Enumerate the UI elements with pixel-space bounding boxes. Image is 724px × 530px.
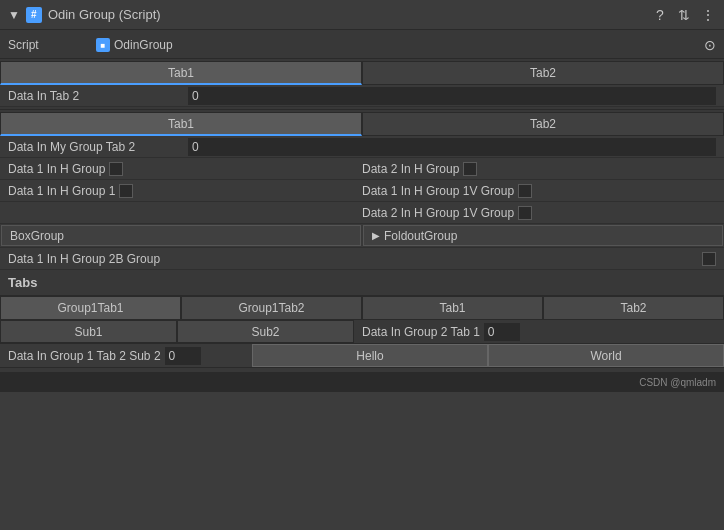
hgroup-row2-col1: Data 1 In H Group 1 bbox=[8, 184, 362, 198]
collapse-arrow[interactable]: ▼ bbox=[8, 8, 20, 22]
mid-tab1[interactable]: Tab1 bbox=[0, 112, 362, 136]
help-icon[interactable]: ? bbox=[652, 7, 668, 23]
title-bar-actions: ? ⇅ ⋮ bbox=[652, 7, 716, 23]
data-in-my-group-input[interactable] bbox=[188, 138, 716, 156]
data1-hgroup1-label: Data 1 In H Group 1 bbox=[8, 184, 115, 198]
bottom-left-cell: Data In Group 1 Tab 2 Sub 2 bbox=[0, 344, 252, 367]
data1-hgroup1v-label: Data 1 In H Group 1V Group bbox=[362, 184, 514, 198]
separator-1 bbox=[0, 58, 724, 59]
box-group: BoxGroup bbox=[1, 225, 361, 246]
data1-hgroup-label: Data 1 In H Group bbox=[8, 162, 105, 176]
data2-hgroup-checkbox[interactable] bbox=[463, 162, 477, 176]
boxgroup-data-row: Data 1 In H Group 2B Group bbox=[0, 248, 724, 270]
group1tab2-btn[interactable]: Group1Tab2 bbox=[181, 296, 362, 320]
layout-icon[interactable]: ⇅ bbox=[676, 7, 692, 23]
group1tab1-btn[interactable]: Group1Tab1 bbox=[0, 296, 181, 320]
top-tab2[interactable]: Tab2 bbox=[362, 61, 724, 85]
foldout-group[interactable]: ▶ FoldoutGroup bbox=[363, 225, 723, 246]
inspector-body: Script ■ OdinGroup ⊙ Tab1 Tab2 Data In T… bbox=[0, 30, 724, 372]
world-button[interactable]: World bbox=[488, 344, 724, 367]
mid-tab-bar: Tab1 Tab2 bbox=[0, 112, 724, 136]
hgroup-row3: Data 2 In H Group 1V Group bbox=[0, 202, 724, 224]
sub1-btn[interactable]: Sub1 bbox=[0, 320, 177, 343]
tabs-section-title: Tabs bbox=[8, 275, 37, 290]
window-title: Odin Group (Script) bbox=[48, 7, 161, 22]
hgroup-row2: Data 1 In H Group 1 Data 1 In H Group 1V… bbox=[0, 180, 724, 202]
bottom-data-row: Data In Group 1 Tab 2 Sub 2 Hello World bbox=[0, 344, 724, 368]
data1-hgroup1v-checkbox[interactable] bbox=[518, 184, 532, 198]
script-file-icon: ■ bbox=[96, 38, 110, 52]
hgroup-row2-col2: Data 1 In H Group 1V Group bbox=[362, 184, 716, 198]
data2-hgroup-label: Data 2 In H Group bbox=[362, 162, 459, 176]
bottom-tab2-btn[interactable]: Tab2 bbox=[543, 296, 724, 320]
data-in-my-group-row: Data In My Group Tab 2 bbox=[0, 136, 724, 158]
hgroup-row1: Data 1 In H Group Data 2 In H Group bbox=[0, 158, 724, 180]
sub-tab-left: Sub1 Sub2 bbox=[0, 320, 354, 343]
hgroup-row1-col2: Data 2 In H Group bbox=[362, 162, 716, 176]
hgroup-row3-col2: Data 2 In H Group 1V Group bbox=[362, 206, 716, 220]
data-in-tab2-input[interactable] bbox=[188, 87, 716, 105]
box-group-label: BoxGroup bbox=[10, 229, 64, 243]
world-cell: World bbox=[488, 344, 724, 367]
sub2-btn[interactable]: Sub2 bbox=[177, 320, 354, 343]
target-icon[interactable]: ⊙ bbox=[704, 37, 716, 53]
more-icon[interactable]: ⋮ bbox=[700, 7, 716, 23]
data1-hgroup1-checkbox[interactable] bbox=[119, 184, 133, 198]
footer-text: CSDN @qmladm bbox=[639, 377, 716, 388]
mid-tab2[interactable]: Tab2 bbox=[362, 112, 724, 136]
data-in-group2-tab1-label: Data In Group 2 Tab 1 bbox=[362, 325, 480, 339]
data-in-my-group-label: Data In My Group Tab 2 bbox=[8, 140, 188, 154]
hello-cell: Hello bbox=[252, 344, 488, 367]
title-bar: ▼ # Odin Group (Script) ? ⇅ ⋮ bbox=[0, 0, 724, 30]
script-name: OdinGroup bbox=[114, 38, 173, 52]
component-icon: # bbox=[26, 7, 42, 23]
hello-button[interactable]: Hello bbox=[252, 344, 488, 367]
bottom-tab1-btn[interactable]: Tab1 bbox=[362, 296, 543, 320]
data2-hgroup1v-label: Data 2 In H Group 1V Group bbox=[362, 206, 514, 220]
foldout-arrow-icon: ▶ bbox=[372, 230, 380, 241]
data-in-tab2-label: Data In Tab 2 bbox=[8, 89, 188, 103]
separator-2 bbox=[0, 109, 724, 110]
boxgroup-data-label: Data 1 In H Group 2B Group bbox=[8, 252, 702, 266]
boxgroup-data-checkbox[interactable] bbox=[702, 252, 716, 266]
sub-tab-row: Sub1 Sub2 Data In Group 2 Tab 1 bbox=[0, 320, 724, 344]
top-tab1[interactable]: Tab1 bbox=[0, 61, 362, 85]
foldout-label: FoldoutGroup bbox=[384, 229, 457, 243]
data2-hgroup1v-checkbox[interactable] bbox=[518, 206, 532, 220]
right-field-row: Data In Group 2 Tab 1 bbox=[354, 320, 724, 343]
data-in-tab2-row: Data In Tab 2 bbox=[0, 85, 724, 107]
tabs-section-header: Tabs bbox=[0, 270, 724, 296]
box-foldout-row: BoxGroup ▶ FoldoutGroup bbox=[0, 224, 724, 248]
data1-hgroup-checkbox[interactable] bbox=[109, 162, 123, 176]
data-in-group1-tab2-sub2-input[interactable] bbox=[165, 347, 201, 365]
footer: CSDN @qmladm bbox=[0, 372, 724, 392]
data-in-group2-tab1-input[interactable] bbox=[484, 323, 520, 341]
script-row: Script ■ OdinGroup ⊙ bbox=[0, 34, 724, 56]
script-value: ■ OdinGroup bbox=[96, 38, 696, 52]
top-tab-bar: Tab1 Tab2 bbox=[0, 61, 724, 85]
title-bar-left: ▼ # Odin Group (Script) bbox=[8, 7, 652, 23]
data-in-group1-tab2-sub2-label: Data In Group 1 Tab 2 Sub 2 bbox=[8, 349, 161, 363]
bottom-tab-bar: Group1Tab1 Group1Tab2 Tab1 Tab2 bbox=[0, 296, 724, 320]
hgroup-row1-col1: Data 1 In H Group bbox=[8, 162, 362, 176]
script-label: Script bbox=[8, 38, 88, 52]
